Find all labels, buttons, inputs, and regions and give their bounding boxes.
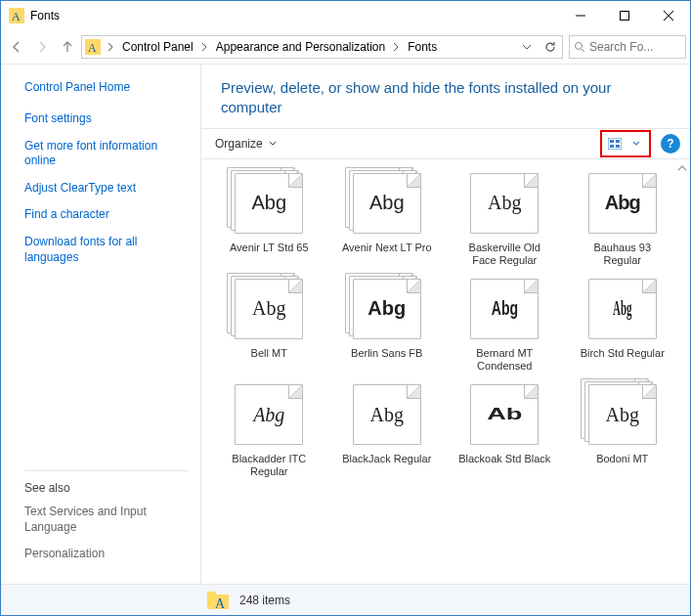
search-icon (574, 41, 585, 53)
font-item[interactable]: AbgBernard MT Condensed (449, 273, 561, 373)
font-label: Baskerville Old Face Regular (455, 242, 553, 267)
svg-point-8 (576, 43, 583, 50)
breadcrumb-item[interactable]: Control Panel (118, 36, 197, 58)
navbar: A Control Panel Appearance and Personali… (1, 30, 690, 64)
font-item[interactable]: AbgAvenir LT Std 65 (213, 167, 325, 267)
svg-text:A: A (12, 10, 21, 23)
font-label: Avenir Next LT Pro (338, 242, 436, 267)
font-item[interactable]: AbgBaskerville Old Face Regular (449, 167, 561, 267)
font-item[interactable]: AbgAvenir Next LT Pro (331, 167, 444, 267)
font-thumbnail: Ab (461, 378, 547, 449)
close-button[interactable] (646, 1, 690, 30)
font-sample: Abg (613, 297, 632, 320)
chevron-down-icon (269, 140, 277, 148)
sidebar-link[interactable]: Get more font information online (24, 139, 189, 169)
svg-rect-13 (610, 145, 614, 148)
view-options-highlight (600, 130, 651, 157)
font-item[interactable]: AbgBauhaus 93 Regular (567, 167, 679, 267)
font-item[interactable]: AbgBerlin Sans FB (331, 273, 444, 373)
back-button[interactable] (5, 35, 28, 59)
font-label: Bauhaus 93 Regular (574, 242, 671, 267)
font-thumbnail: Abg (580, 273, 666, 343)
font-sample: Abg (605, 192, 640, 214)
font-thumbnail: Abg (580, 167, 666, 238)
font-label: Berlin Sans FB (338, 347, 436, 373)
chevron-right-icon[interactable] (104, 42, 118, 52)
font-label: Avenir LT Std 65 (220, 242, 318, 267)
sidebar: Control Panel Home Font settings Get mor… (1, 65, 200, 584)
breadcrumb-item[interactable]: Fonts (404, 36, 441, 58)
font-sample: Abg (370, 404, 404, 426)
font-label: Bell MT (220, 347, 318, 373)
folder-fonts-icon: A (206, 589, 230, 612)
fonts-app-icon: A (9, 8, 24, 23)
up-button[interactable] (56, 35, 79, 59)
page-heading: Preview, delete, or show and hide the fo… (221, 78, 670, 118)
svg-rect-3 (620, 12, 628, 21)
sidebar-link[interactable]: Font settings (24, 111, 189, 127)
font-sample: Abg (606, 404, 639, 426)
svg-line-9 (582, 49, 584, 52)
sidebar-link[interactable]: Download fonts for all languages (24, 235, 189, 265)
see-also-header: See also (24, 470, 189, 495)
maximize-button[interactable] (602, 1, 646, 30)
svg-rect-10 (608, 138, 622, 150)
search-input[interactable] (589, 40, 668, 54)
toolbar: Organize ? (201, 128, 690, 159)
font-label: Blackadder ITC Regular (220, 453, 318, 478)
help-button[interactable]: ? (661, 134, 680, 154)
font-label: Bodoni MT (574, 453, 671, 478)
font-thumbnail: Abg (344, 273, 430, 343)
sidebar-link[interactable]: Adjust ClearType text (24, 181, 189, 197)
font-label: Blackoak Std Black (455, 453, 553, 478)
font-grid: AbgAvenir LT Std 65AbgAvenir Next LT Pro… (201, 159, 690, 487)
status-item-count: 248 items (239, 594, 290, 607)
font-thumbnail: Abg (226, 167, 312, 238)
svg-rect-16 (207, 592, 216, 595)
font-thumbnail: Abg (461, 167, 547, 238)
font-sample: Abg (492, 297, 518, 320)
svg-rect-12 (616, 140, 620, 143)
font-item[interactable]: AbgBirch Std Regular (567, 273, 679, 373)
organize-menu[interactable]: Organize (211, 135, 281, 153)
scroll-up-icon[interactable] (676, 163, 688, 173)
main-panel: Preview, delete, or show and hide the fo… (200, 65, 690, 584)
font-sample: Ab (487, 405, 522, 424)
status-bar: A 248 items (1, 584, 690, 615)
font-label: Birch Std Regular (574, 347, 671, 373)
refresh-button[interactable] (539, 35, 562, 59)
svg-text:A: A (88, 41, 97, 55)
titlebar: A Fonts (1, 1, 690, 30)
font-sample: Abg (251, 192, 286, 214)
svg-text:A: A (215, 596, 226, 611)
view-mode-button[interactable] (604, 134, 626, 154)
view-dropdown-button[interactable] (626, 134, 647, 154)
breadcrumb-item[interactable]: Appearance and Personalization (212, 36, 389, 58)
see-also-link[interactable]: Text Services and Input Language (24, 505, 189, 535)
font-sample: Abg (253, 404, 284, 426)
font-thumbnail: Abg (344, 378, 430, 449)
font-item[interactable]: AbBlackoak Std Black (449, 378, 561, 478)
font-item[interactable]: AbgBlackadder ITC Regular (213, 378, 325, 478)
sidebar-link[interactable]: Find a character (24, 207, 189, 223)
font-sample: Abg (252, 297, 285, 320)
font-label: Bernard MT Condensed (455, 347, 553, 373)
see-also-link[interactable]: Personalization (24, 547, 189, 562)
svg-rect-11 (610, 140, 614, 143)
font-thumbnail: Abg (226, 273, 312, 343)
chevron-right-icon[interactable] (389, 42, 404, 52)
breadcrumb[interactable]: A Control Panel Appearance and Personali… (81, 35, 563, 59)
font-item[interactable]: AbgBlackJack Regular (331, 378, 444, 478)
font-item[interactable]: AbgBodoni MT (567, 378, 679, 478)
window-title: Fonts (30, 9, 558, 22)
svg-rect-14 (616, 145, 620, 148)
search-box[interactable] (569, 35, 686, 59)
font-thumbnail: Abg (226, 378, 312, 449)
breadcrumb-dropdown[interactable] (515, 35, 539, 59)
font-item[interactable]: AbgBell MT (213, 273, 325, 373)
font-sample: Abg (488, 192, 521, 214)
control-panel-home-link[interactable]: Control Panel Home (24, 80, 189, 94)
minimize-button[interactable] (558, 1, 602, 30)
forward-button[interactable] (30, 35, 54, 59)
chevron-right-icon[interactable] (197, 42, 212, 52)
